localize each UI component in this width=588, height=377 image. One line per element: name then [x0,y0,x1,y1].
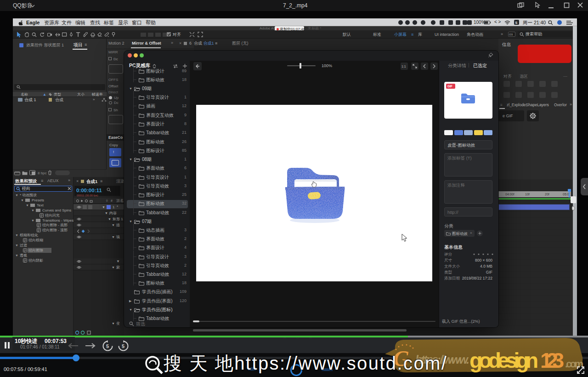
svg-text:5: 5 [122,343,124,349]
svg-text:5: 5 [106,343,109,349]
svg-text:godesign: godesign [469,348,538,372]
svg-text:123: 123 [540,348,564,372]
